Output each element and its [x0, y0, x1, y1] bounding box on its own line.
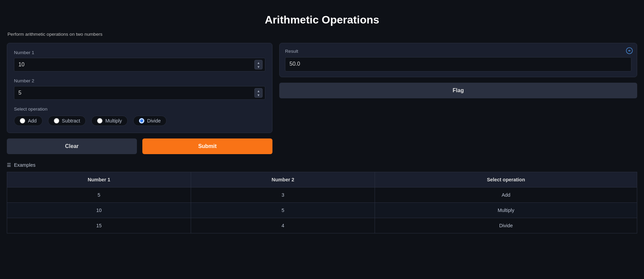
table-row: 53Add — [7, 187, 637, 203]
table-cell: 5 — [7, 187, 191, 203]
radio-multiply-input[interactable] — [97, 118, 103, 124]
number2-label: Number 2 — [14, 78, 265, 83]
button-row: Clear Submit — [7, 138, 272, 154]
result-card: Result 50.0 — [279, 43, 637, 77]
table-cell: 4 — [191, 218, 375, 233]
table-row: 154Divide — [7, 218, 637, 233]
table-cell: 3 — [191, 187, 375, 203]
radio-divide-label: Divide — [147, 118, 161, 124]
operation-label: Select operation — [14, 106, 265, 112]
table-cell: Divide — [375, 218, 637, 233]
radio-add-label: Add — [28, 118, 37, 124]
table-row: 105Multiply — [7, 203, 637, 218]
table-cell: 10 — [7, 203, 191, 218]
submit-button[interactable]: Submit — [142, 138, 272, 154]
number2-field-group: Number 2 ▲ ▼ — [14, 78, 265, 100]
result-value: 50.0 — [285, 57, 631, 71]
page-subtitle: Perform arithmetic operations on two num… — [7, 32, 637, 37]
page-title: Arithmetic Operations — [7, 7, 637, 32]
number1-input[interactable] — [14, 58, 265, 71]
radio-add[interactable]: Add — [14, 116, 43, 126]
radio-divide[interactable]: Divide — [133, 116, 167, 126]
examples-title: Examples — [14, 162, 35, 168]
number2-input[interactable] — [14, 86, 265, 100]
table-header-row: Number 1 Number 2 Select operation — [7, 172, 637, 187]
radio-subtract[interactable]: Subtract — [48, 116, 86, 126]
table-cell: 5 — [191, 203, 375, 218]
left-panel: Number 1 ▲ ▼ Number 2 ▲ ▼ — [7, 43, 272, 154]
number1-spinner[interactable]: ▲ ▼ — [254, 60, 263, 69]
flag-button[interactable]: Flag — [279, 83, 637, 98]
radio-group: Add Subtract Multiply Divide — [14, 116, 265, 126]
radio-add-input[interactable] — [20, 118, 25, 124]
radio-multiply-label: Multiply — [105, 118, 122, 124]
clear-button[interactable]: Clear — [7, 138, 137, 154]
result-icon — [626, 47, 633, 56]
col-number2: Number 2 — [191, 172, 375, 187]
examples-section: ☰ Examples Number 1 Number 2 Select oper… — [7, 162, 637, 233]
right-panel: Result 50.0 Flag — [279, 43, 637, 98]
col-number1: Number 1 — [7, 172, 191, 187]
radio-multiply[interactable]: Multiply — [91, 116, 128, 126]
examples-header: ☰ Examples — [7, 162, 637, 168]
radio-subtract-label: Subtract — [62, 118, 80, 124]
table-cell: Multiply — [375, 203, 637, 218]
table-cell: Add — [375, 187, 637, 203]
number2-spinner[interactable]: ▲ ▼ — [254, 88, 263, 98]
number1-field-group: Number 1 ▲ ▼ — [14, 50, 265, 71]
radio-subtract-input[interactable] — [54, 118, 59, 124]
result-label: Result — [285, 49, 631, 54]
examples-table: Number 1 Number 2 Select operation 53Add… — [7, 172, 637, 233]
table-cell: 15 — [7, 218, 191, 233]
col-operation: Select operation — [375, 172, 637, 187]
input-card: Number 1 ▲ ▼ Number 2 ▲ ▼ — [7, 43, 272, 133]
number2-input-wrapper: ▲ ▼ — [14, 86, 265, 100]
number1-label: Number 1 — [14, 50, 265, 55]
number1-input-wrapper: ▲ ▼ — [14, 58, 265, 71]
operation-field-group: Select operation Add Subtract Multiply — [14, 106, 265, 126]
examples-menu-icon: ☰ — [7, 162, 11, 168]
radio-divide-input[interactable] — [139, 118, 144, 124]
